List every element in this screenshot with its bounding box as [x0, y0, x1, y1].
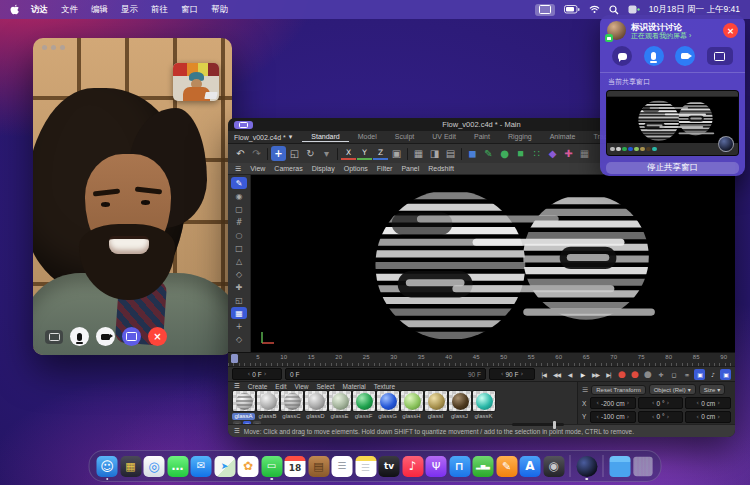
previous-key-button[interactable]: ◀◀ [551, 369, 562, 380]
mute-button[interactable] [70, 327, 89, 346]
previous-frame-button[interactable]: ◀ [564, 369, 575, 380]
camera-button[interactable] [96, 327, 115, 346]
pip-toggle-button[interactable] [45, 330, 63, 344]
hamburger-menu-icon[interactable]: ☰ [235, 165, 241, 173]
dock-system-settings[interactable]: ◉ [543, 456, 564, 477]
next-key-button[interactable]: ▶▶ [590, 369, 601, 380]
keyframe-record-button[interactable]: ● [629, 369, 640, 380]
spline-pen-icon[interactable]: ✎ [481, 146, 496, 161]
dock-pages[interactable]: ✎ [496, 456, 517, 477]
increment-arrow[interactable]: › [627, 399, 630, 407]
axis-icon[interactable]: ✚ [231, 281, 247, 293]
size-mode-dropdown[interactable]: Size▾ [699, 384, 726, 395]
facetime-menubar-icon[interactable] [628, 5, 640, 14]
solo-button[interactable]: ▣ [720, 369, 731, 380]
dock-keynote[interactable]: ⊓ [449, 456, 470, 477]
array-icon[interactable]: ∷ [529, 146, 544, 161]
hamburger-menu-icon[interactable]: ☰ [582, 386, 588, 394]
material-menu-item[interactable]: Create [248, 383, 268, 390]
messages-button[interactable] [612, 46, 632, 66]
menubar-menu-item[interactable]: 帮助 [211, 4, 228, 16]
dock-contacts[interactable]: ▤ [308, 456, 329, 477]
share-screen-button[interactable] [707, 47, 733, 65]
size-field[interactable]: ‹0 cm› [685, 411, 731, 423]
extra-tool-icon[interactable]: + [231, 320, 247, 332]
undo-icon[interactable]: ↶ [233, 146, 248, 161]
decrement-arrow[interactable]: ‹ [652, 413, 655, 421]
viewport-menu-item[interactable]: Panel [401, 165, 419, 172]
wifi-icon[interactable] [589, 5, 600, 14]
viewport-menu-item[interactable]: Display [312, 165, 335, 172]
viewport-menu-item[interactable]: Options [344, 165, 368, 172]
material-menu-item[interactable]: Select [317, 383, 335, 390]
camera-button[interactable] [675, 46, 695, 66]
material-menu-item[interactable]: Material [343, 383, 366, 390]
sound-button[interactable]: ♪ [707, 369, 718, 380]
snap-icon[interactable]: ◇ [231, 268, 247, 280]
dock-finder[interactable]: ☺ [97, 456, 118, 477]
toolbar-separator[interactable] [461, 148, 462, 160]
slider-knob[interactable] [553, 421, 556, 429]
extra-tool-icon[interactable]: ◇ [231, 333, 247, 345]
dock-facetime[interactable]: ▭ [261, 456, 282, 477]
generator-icon[interactable]: ◆ [545, 146, 560, 161]
viewport-solo-icon[interactable]: ◱ [231, 294, 247, 306]
stop-sharing-button[interactable]: 停止共享窗口 [606, 162, 739, 174]
dock-reminders[interactable]: ☰ [332, 456, 353, 477]
deformer-icon[interactable]: ✚ [561, 146, 576, 161]
dock-downloads-folder[interactable] [609, 456, 630, 477]
z-axis-lock[interactable]: Z [373, 147, 388, 160]
increment-arrow[interactable]: › [717, 413, 720, 421]
decrement-arrow[interactable]: ‹ [596, 413, 599, 421]
material-menu-item[interactable]: Edit [275, 383, 286, 390]
increment-arrow[interactable]: › [264, 370, 267, 378]
material-swatch[interactable]: glassF [352, 390, 375, 420]
layout-tab[interactable]: Model [349, 132, 386, 142]
layout-tab[interactable]: Animate [541, 132, 585, 142]
material-swatch[interactable]: glassK [472, 390, 495, 420]
decrement-arrow[interactable]: ‹ [696, 399, 699, 407]
material-swatch[interactable]: glassH [400, 390, 423, 420]
material-menu-item[interactable]: Texture [374, 383, 395, 390]
reset-transform-button[interactable]: Reset Transform [591, 385, 645, 395]
end-call-button[interactable]: × [148, 327, 167, 346]
modeling-icon[interactable]: ▦ [411, 146, 426, 161]
window-controls[interactable] [42, 45, 65, 50]
record-position-button[interactable]: ✛ [655, 369, 666, 380]
position-field[interactable]: ‹-200 cm› [590, 397, 636, 409]
dock-photos[interactable]: ✿ [238, 456, 259, 477]
points-mode-icon[interactable]: # [231, 216, 247, 228]
increment-arrow[interactable]: › [667, 399, 670, 407]
menubar-menu-item[interactable]: 前往 [151, 4, 168, 16]
go-to-start-button[interactable]: |◀ [538, 369, 549, 380]
workplane-icon[interactable]: ▣ [389, 146, 404, 161]
play-button[interactable]: ▶ [577, 369, 588, 380]
timeline-ruler[interactable]: 051015202530354045505560657075808590 [228, 352, 735, 366]
tweak-mode-icon[interactable]: △ [231, 255, 247, 267]
record-rotation-button[interactable]: ∞ [681, 369, 692, 380]
workplane-mode-icon[interactable]: ▢ [231, 203, 247, 215]
close-window-icon[interactable] [42, 45, 47, 50]
document-tab[interactable]: Flow_v002.c4d *▾ [234, 133, 292, 141]
toolbar-separator[interactable] [337, 148, 338, 160]
material-swatch[interactable]: glassA [232, 390, 255, 420]
call-titles[interactable]: 标识设计讨论 正在观看我的屏幕 › [631, 22, 718, 40]
end-frame-field[interactable]: ‹90 F› [489, 368, 535, 380]
hamburger-menu-icon[interactable]: ☰ [234, 382, 240, 390]
material-swatch[interactable]: glassD [304, 390, 327, 420]
rotate-tool-icon[interactable]: ↻ [303, 146, 318, 161]
autokey-button[interactable]: ● [642, 369, 653, 380]
menubar-menu-item[interactable]: 窗口 [181, 4, 198, 16]
decrement-arrow[interactable]: ‹ [596, 399, 599, 407]
dock-maps[interactable]: ➤ [214, 456, 235, 477]
move-tool-icon[interactable]: + [271, 146, 286, 161]
decrement-arrow[interactable]: ‹ [652, 399, 655, 407]
layout-tab[interactable]: Standard [302, 132, 348, 142]
toolbar-separator[interactable] [407, 148, 408, 160]
record-scale-button[interactable]: ◻ [668, 369, 679, 380]
menubar-menu-item[interactable]: 显示 [121, 4, 138, 16]
battery-icon[interactable] [564, 5, 580, 14]
increment-arrow[interactable]: › [627, 413, 630, 421]
share-screen-button[interactable] [122, 327, 141, 346]
material-swatch[interactable]: glassG [376, 390, 399, 420]
